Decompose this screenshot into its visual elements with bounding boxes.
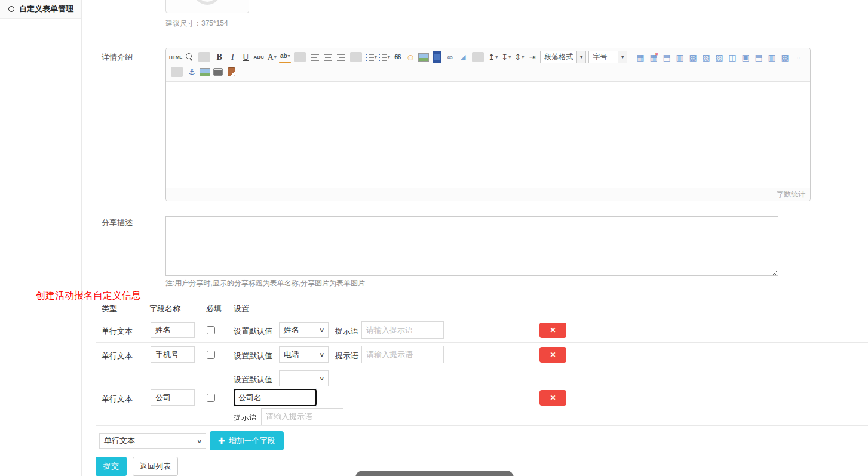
paragraph-spacing-top-icon[interactable]: ↥	[487, 51, 499, 63]
strikethrough-icon[interactable]: ABC	[253, 51, 265, 63]
custom-info-section-title: 创建活动报名自定义信息	[36, 290, 141, 302]
default-value-label: 设置默认值	[234, 351, 272, 361]
hint-label: 提示语	[335, 326, 358, 337]
insert-row-above-icon[interactable]: ▤	[753, 51, 765, 63]
editor-toolbar-row1: HTMLBIUABCAab66☺∞◢↥↧⇕⇥ 段落格式 ▼ 字号 ▼ ▦▦▤▥▩…	[168, 50, 808, 65]
split-cell-icon[interactable]: ▣	[740, 51, 752, 63]
preview-icon[interactable]	[183, 51, 195, 63]
insert-row-below-icon[interactable]: ▥	[766, 51, 778, 63]
editor-status-bar: 字数统计	[166, 188, 810, 201]
back-to-list-button[interactable]: 返回列表	[133, 457, 178, 476]
detail-intro-label: 详情介绍	[102, 52, 133, 63]
required-checkbox[interactable]	[207, 326, 215, 334]
hint-input[interactable]	[361, 321, 444, 339]
editor-content-area[interactable]	[166, 82, 810, 188]
font-size-select[interactable]: 字号 ▼	[588, 51, 627, 63]
paste-icon[interactable]	[225, 66, 237, 78]
sidebar-item-custom-form-management[interactable]: 自定义表单管理	[0, 0, 81, 19]
hint-label: 提示语	[335, 351, 358, 361]
default-value-text-input[interactable]	[234, 389, 317, 406]
page: 自定义表单管理 建议尺寸：375*154 详情介绍 HTMLBIUABCAab6…	[0, 0, 868, 476]
row-divider	[96, 367, 868, 367]
unordered-list-icon[interactable]	[378, 51, 390, 63]
font-color-icon[interactable]: A	[266, 51, 278, 63]
html-source-icon[interactable]: HTML	[169, 51, 182, 63]
delete-field-button[interactable]: ✕	[539, 323, 566, 338]
highlight-color-icon[interactable]: ab	[279, 51, 291, 63]
default-value-select[interactable]: 电话	[279, 346, 329, 363]
line-height-icon[interactable]: ⇕	[513, 51, 525, 63]
blockquote-icon[interactable]: 66	[391, 51, 403, 63]
align-center-icon[interactable]	[322, 51, 334, 63]
new-field-type-select[interactable]: 单行文本	[99, 433, 206, 449]
paragraph-format-select[interactable]: 段落格式 ▼	[540, 51, 586, 63]
circle-bullet-icon	[8, 6, 14, 12]
table-disabled-icon[interactable]: ▫	[792, 51, 804, 63]
close-icon: ✕	[550, 394, 556, 402]
rich-text-editor: HTMLBIUABCAab66☺∞◢↥↧⇕⇥ 段落格式 ▼ 字号 ▼ ▦▦▤▥▩…	[165, 48, 811, 201]
insert-column-icon[interactable]: ▧	[700, 51, 712, 63]
default-value-select[interactable]	[279, 370, 329, 386]
insert-image-icon[interactable]	[418, 51, 430, 63]
insert-video-icon[interactable]	[431, 51, 443, 63]
editor-toolbar-row2: ⚓	[168, 65, 808, 79]
delete-field-button[interactable]: ✕	[539, 347, 566, 363]
toolbar-separator	[472, 52, 484, 62]
column-header-type: 类型	[102, 303, 117, 314]
plus-icon: ✚	[218, 436, 225, 446]
word-count-link[interactable]: 字数统计	[777, 189, 805, 199]
align-right-icon[interactable]	[335, 51, 347, 63]
field-row-type: 单行文本	[102, 326, 133, 337]
print-icon[interactable]	[212, 66, 224, 78]
share-description-textarea[interactable]	[165, 216, 778, 276]
delete-field-button[interactable]: ✕	[539, 390, 566, 406]
delete-row-icon[interactable]: ▩	[687, 51, 699, 63]
cell-properties-icon[interactable]: ▥	[674, 51, 686, 63]
sidebar-item-label: 自定义表单管理	[19, 4, 73, 14]
field-name-input[interactable]	[151, 346, 195, 363]
chevron-down-icon: ▼	[618, 51, 627, 63]
merge-cells-icon[interactable]: ◫	[726, 51, 738, 63]
submit-button[interactable]: 提交	[96, 457, 127, 476]
toolbar-separator	[294, 52, 306, 62]
insert-table-icon[interactable]: ▦	[634, 51, 646, 63]
anchor-icon[interactable]: ⚓	[186, 66, 198, 78]
link-icon[interactable]: ∞	[444, 51, 456, 63]
default-value-label: 设置默认值	[234, 326, 272, 337]
required-checkbox[interactable]	[207, 394, 215, 402]
table-header-icon[interactable]: ▩	[779, 51, 791, 63]
field-row-type: 单行文本	[102, 394, 133, 404]
default-value-select[interactable]: 姓名	[279, 322, 329, 338]
italic-icon[interactable]: I	[226, 51, 238, 63]
table-properties-icon[interactable]: ▤	[661, 51, 673, 63]
emoticon-icon[interactable]: ☺	[404, 51, 416, 63]
field-name-input[interactable]	[151, 322, 195, 338]
underline-icon[interactable]: U	[240, 51, 251, 63]
hint-label: 提示语	[234, 412, 257, 423]
indent-icon[interactable]: ⇥	[526, 51, 538, 63]
remove-format-icon[interactable]: ◢	[457, 51, 469, 63]
screenshot-icon[interactable]	[199, 66, 211, 78]
column-header-settings: 设置	[234, 303, 249, 314]
row-divider	[96, 425, 868, 426]
required-checkbox[interactable]	[207, 351, 215, 359]
hint-input[interactable]	[261, 408, 343, 425]
hint-input[interactable]	[361, 346, 444, 363]
add-field-button[interactable]: ✚ 增加一个字段	[210, 431, 284, 450]
align-left-icon[interactable]	[309, 51, 321, 63]
toolbar-separator	[350, 52, 362, 62]
column-header-required: 必填	[206, 303, 222, 314]
close-icon: ✕	[550, 351, 556, 359]
editor-toolbar: HTMLBIUABCAab66☺∞◢↥↧⇕⇥ 段落格式 ▼ 字号 ▼ ▦▦▤▥▩…	[166, 48, 810, 82]
field-name-input[interactable]	[151, 389, 195, 406]
bold-icon[interactable]: B	[213, 51, 225, 63]
delete-table-icon[interactable]: ▦	[648, 51, 660, 63]
toolbar-separator	[171, 67, 183, 77]
field-row-type: 单行文本	[102, 351, 133, 361]
delete-column-icon[interactable]: ▨	[713, 51, 725, 63]
upload-size-hint: 建议尺寸：375*154	[165, 19, 228, 29]
toast-notification	[355, 471, 514, 476]
row-divider	[96, 318, 868, 318]
paragraph-spacing-bottom-icon[interactable]: ↧	[500, 51, 512, 63]
ordered-list-icon[interactable]	[365, 51, 377, 63]
